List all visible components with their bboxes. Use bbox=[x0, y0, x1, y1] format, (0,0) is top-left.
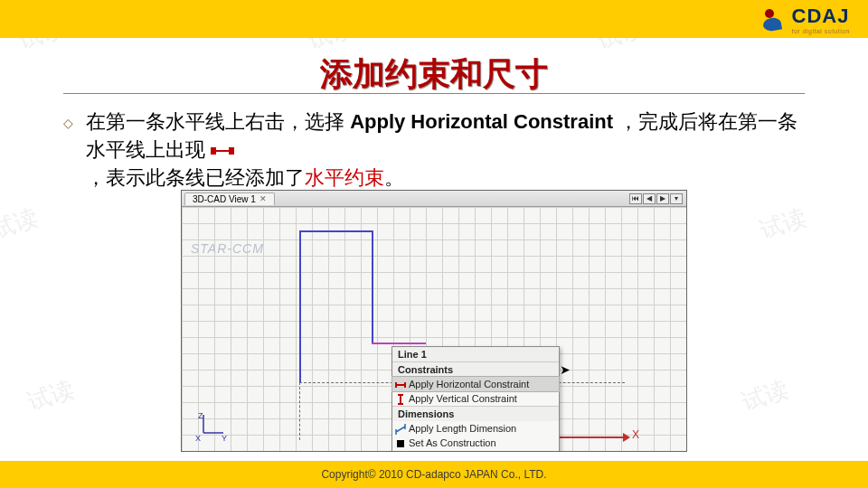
stage-watermark: STAR-CCM bbox=[191, 241, 264, 256]
brand-logo: CDAJ for digital solution bbox=[763, 5, 850, 34]
ctx-item-label: Set As Construction bbox=[409, 437, 496, 448]
vertical-constraint-icon bbox=[395, 394, 406, 405]
svg-text:Y: Y bbox=[222, 434, 227, 442]
ctx-section-constraints: Constraints bbox=[392, 361, 559, 377]
sketch-line-top[interactable] bbox=[299, 230, 372, 232]
ctx-section-dimensions: Dimensions bbox=[392, 406, 559, 421]
body-text: 在第一条水平线上右击，选择 Apply Horizontal Constrain… bbox=[63, 108, 805, 192]
sketch-line-selected[interactable] bbox=[372, 343, 426, 344]
svg-rect-11 bbox=[397, 440, 404, 447]
header-bar: CDAJ for digital solution bbox=[0, 0, 868, 38]
axis-x-label: X bbox=[632, 428, 639, 441]
cad-tab[interactable]: 3D-CAD View 1 ✕ bbox=[184, 192, 275, 205]
nav-next-icon[interactable]: ▶ bbox=[656, 193, 669, 204]
ctx-duplicate[interactable]: Duplicate Sketch Primitive bbox=[392, 450, 559, 451]
nav-menu-icon[interactable]: ▾ bbox=[670, 193, 683, 204]
bg-watermark: 试读 bbox=[756, 202, 810, 246]
ctx-apply-vertical[interactable]: Apply Vertical Constraint bbox=[392, 391, 559, 406]
nav-prev-icon[interactable]: ◀ bbox=[643, 193, 656, 204]
slide-title: 添加约束和尺寸 bbox=[0, 52, 868, 97]
body-bold: Apply Horizontal Constraint bbox=[350, 110, 618, 133]
svg-text:Z: Z bbox=[198, 411, 203, 420]
svg-text:X: X bbox=[195, 434, 201, 442]
sketch-line-right[interactable] bbox=[372, 230, 373, 343]
copyright-text: Copyright© 2010 CD-adapco JAPAN Co., LTD… bbox=[321, 468, 546, 481]
bg-watermark: 试读 bbox=[738, 373, 792, 418]
tab-nav: ⏮ ◀ ▶ ▾ bbox=[629, 193, 686, 204]
sketch-line-left[interactable] bbox=[299, 230, 301, 382]
ctx-item-label: Apply Horizontal Constraint bbox=[409, 379, 529, 389]
horizontal-constraint-icon bbox=[395, 380, 406, 390]
ctx-item-label: Apply Vertical Constraint bbox=[409, 393, 517, 404]
corner-triad-icon: Z X Y bbox=[194, 411, 231, 442]
ctx-set-construction[interactable]: Set As Construction bbox=[392, 436, 559, 450]
context-menu: Line 1 Constraints Apply Horizontal Cons… bbox=[392, 346, 560, 451]
body-part1: 在第一条水平线上右击，选择 bbox=[86, 110, 350, 133]
bg-watermark: 试读 bbox=[24, 373, 78, 418]
footer-bar: Copyright© 2010 CD-adapco JAPAN Co., LTD… bbox=[0, 461, 868, 488]
cad-panel: 3D-CAD View 1 ✕ ⏮ ◀ ▶ ▾ STAR-CCM X bbox=[181, 190, 687, 452]
length-dimension-icon bbox=[395, 424, 406, 435]
body-highlight: 水平约束 bbox=[305, 166, 384, 189]
body-part3: ，表示此条线已经添加了 bbox=[86, 166, 305, 189]
title-underline bbox=[63, 93, 805, 94]
guide-vertical bbox=[299, 382, 300, 440]
cad-tabbar: 3D-CAD View 1 ✕ ⏮ ◀ ▶ ▾ bbox=[182, 191, 686, 207]
nav-first-icon[interactable]: ⏮ bbox=[629, 193, 642, 204]
body-end: 。 bbox=[384, 166, 404, 189]
cursor-icon: ➤ bbox=[560, 362, 571, 377]
close-icon[interactable]: ✕ bbox=[259, 194, 267, 203]
ctx-apply-horizontal[interactable]: Apply Horizontal Constraint bbox=[392, 376, 560, 392]
ctx-title: Line 1 bbox=[392, 347, 559, 361]
cad-tab-label: 3D-CAD View 1 bbox=[193, 194, 256, 204]
brand-text: CDAJ bbox=[792, 5, 850, 28]
ctx-item-label: Apply Length Dimension bbox=[409, 423, 516, 434]
brand-mark-icon bbox=[763, 7, 787, 31]
cad-stage[interactable]: STAR-CCM X Z X Y Line 1 Co bbox=[182, 207, 686, 451]
horizontal-constraint-icon bbox=[211, 145, 234, 156]
construction-icon bbox=[395, 438, 406, 449]
brand-tagline: for digital solution bbox=[792, 28, 850, 34]
ctx-apply-length[interactable]: Apply Length Dimension bbox=[392, 421, 559, 436]
bg-watermark: 试读 bbox=[0, 202, 42, 246]
